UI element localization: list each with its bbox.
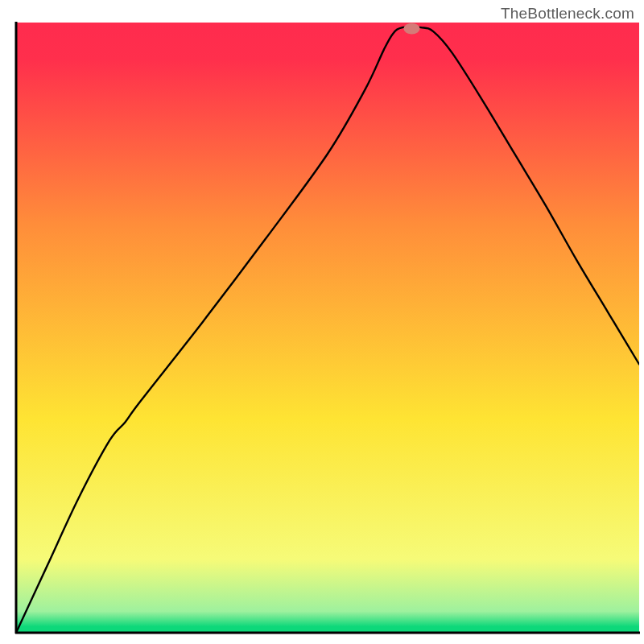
- bottleneck-chart: [0, 0, 644, 644]
- gradient-background: [16, 23, 639, 633]
- optimum-marker: [403, 23, 419, 35]
- watermark-text: TheBottleneck.com: [501, 5, 634, 23]
- chart-container: TheBottleneck.com: [0, 0, 644, 644]
